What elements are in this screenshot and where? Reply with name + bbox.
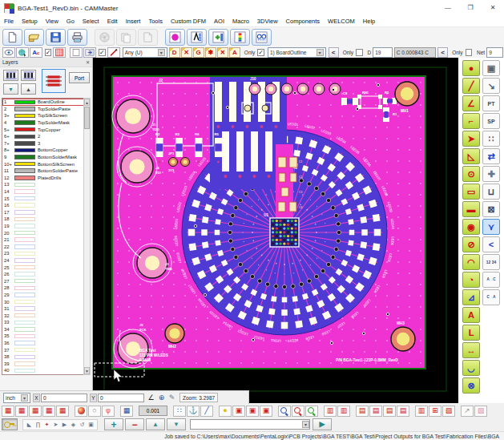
layer-row[interactable]: 18 — [2, 216, 84, 223]
film-view-2-button[interactable]: ▥ — [337, 406, 350, 417]
layer-up-button[interactable]: ▲ — [21, 83, 36, 95]
layer-color-swatch[interactable] — [14, 306, 35, 311]
misc-2-button[interactable]: ▨ — [474, 406, 487, 417]
misc-1-button[interactable]: ↗ — [461, 406, 474, 417]
layer-transfer-button[interactable] — [83, 47, 96, 58]
angle-less-tool[interactable]: < — [482, 236, 500, 252]
layer-color-swatch[interactable] — [14, 176, 35, 180]
film-positive-button[interactable] — [21, 70, 36, 81]
layer-film-1-button[interactable]: ▤ — [356, 406, 369, 417]
pad-select-1-button[interactable]: ▦ — [2, 406, 14, 417]
layer-row[interactable]: 34 — [2, 326, 84, 333]
dcode-button-4[interactable]: ✱ — [205, 47, 216, 58]
layer-row[interactable]: 22 — [2, 243, 84, 250]
layer-color-swatch[interactable] — [14, 210, 35, 215]
menu-file[interactable]: File — [0, 18, 18, 25]
layer-color-swatch[interactable] — [14, 196, 35, 201]
rectangle-tool[interactable]: ▭ — [462, 184, 480, 200]
selection-filter-dropdown[interactable]: Any (U)▾ — [123, 47, 167, 58]
color-levels-button[interactable] — [230, 29, 250, 46]
layer-color-swatch[interactable] — [14, 327, 35, 332]
phi-button[interactable]: φ — [102, 406, 115, 417]
layer-row[interactable]: 28 — [2, 285, 84, 292]
view-options-button[interactable] — [252, 29, 272, 46]
dcode-button-2[interactable]: ✕ — [181, 47, 192, 58]
reference-key-button[interactable] — [2, 418, 18, 430]
layer-row[interactable]: 15 — [2, 195, 84, 202]
measure-icon[interactable]: ✎ — [167, 394, 177, 402]
layer-color-swatch[interactable] — [14, 127, 35, 132]
ref-film-2-button[interactable]: ⊞ — [429, 406, 442, 417]
aperture-table-button[interactable]: ▦ — [120, 406, 133, 417]
pad-array-tool[interactable]: ∷ — [482, 131, 500, 147]
layer-color-swatch[interactable] — [14, 141, 35, 146]
only-net-checkbox[interactable] — [466, 49, 472, 56]
origin-icon[interactable]: ⊕ — [156, 394, 167, 402]
menu-macro[interactable]: Macro — [228, 18, 253, 25]
layer-color-swatch[interactable] — [14, 300, 35, 305]
layer-film-3-button[interactable]: ▤ — [383, 406, 396, 417]
menu-edit[interactable]: Edit — [103, 18, 122, 25]
layer-row[interactable]: 19 — [2, 223, 84, 230]
menu-setup[interactable]: Setup — [18, 18, 42, 25]
c-to-a-tool[interactable]: C→A — [482, 289, 500, 305]
sp-tool[interactable]: SP — [482, 113, 500, 129]
menu-custom-dfm[interactable]: Custom DFM — [167, 18, 210, 25]
highlight-colors-button[interactable] — [75, 406, 87, 417]
layer-color-swatch[interactable] — [14, 217, 35, 222]
restore-button[interactable]: ❐ — [459, 0, 482, 16]
vertex-flag-tool[interactable]: ⊿ — [462, 289, 480, 305]
layer-row[interactable]: 8+BottomCopper — [2, 147, 84, 154]
arc-point-tool[interactable]: ◔ — [462, 272, 480, 288]
close-button[interactable]: ✕ — [482, 0, 504, 16]
port-button[interactable]: Port — [69, 72, 90, 83]
zoom-select-button[interactable] — [292, 406, 304, 417]
ref-diamond-icon[interactable]: ◈ — [69, 422, 78, 428]
delete-tool[interactable]: ⊗ — [462, 377, 480, 394]
scroll-up-icon[interactable]: ▲ — [84, 99, 90, 106]
layer-row[interactable]: 20 — [2, 229, 84, 236]
layer-row[interactable]: 1BoardOutline — [2, 99, 84, 106]
draw-mode-checkbox[interactable]: ✓ — [99, 49, 106, 56]
layer-color-swatch[interactable] — [14, 155, 35, 159]
ref-arrow-icon[interactable]: ➤ — [51, 422, 60, 428]
film-view-1-button[interactable]: ▥ — [324, 406, 337, 417]
layer-row[interactable]: 40 — [2, 367, 84, 374]
ref-star-icon[interactable]: ✦ — [42, 422, 51, 428]
bulb-outline-button[interactable]: ○ — [88, 406, 101, 417]
layer-row[interactable]: 27 — [2, 277, 84, 285]
a-to-c-tool[interactable]: A→C — [482, 272, 500, 288]
layer-row[interactable]: 6+2 — [2, 133, 84, 140]
layer-row[interactable]: 14 — [2, 188, 84, 196]
menu-welcom[interactable]: WELCOM — [324, 18, 359, 25]
layer-row[interactable]: 12PlatedDrills — [2, 175, 84, 182]
layer-color-swatch[interactable] — [14, 348, 35, 353]
layer-color-swatch[interactable] — [14, 135, 35, 139]
step-move-tool[interactable]: ↘ — [482, 78, 500, 94]
cup-tool[interactable]: ⊔ — [482, 184, 500, 200]
ref-undo-icon[interactable]: ↺ — [78, 422, 87, 428]
layer-color-swatch[interactable] — [14, 361, 35, 366]
layer-row[interactable]: 33 — [2, 319, 84, 326]
pad-select-3-button[interactable]: ▦ — [29, 406, 42, 417]
layer-row[interactable]: 31 — [2, 305, 84, 313]
layer-color-swatch[interactable] — [14, 369, 35, 373]
ref-corner-icon[interactable]: ◣ — [25, 422, 34, 428]
scroll-down-icon[interactable]: ▼ — [84, 367, 90, 374]
layer-color-swatch[interactable] — [14, 286, 35, 291]
macro-dropdown[interactable]: ▾ — [190, 419, 310, 430]
text-highlight-button[interactable]: Ac — [30, 47, 42, 58]
zoom-world-button[interactable] — [305, 406, 318, 417]
fillet-tool[interactable]: ◡ — [462, 360, 480, 376]
menu-help[interactable]: Help — [359, 18, 379, 25]
layer-color-swatch[interactable] — [14, 120, 35, 125]
menu-components[interactable]: Components — [282, 18, 325, 25]
grid-dots-button[interactable]: ∷ — [173, 406, 186, 417]
layer-row[interactable]: 16 — [2, 202, 84, 209]
layer-color-swatch[interactable] — [14, 334, 35, 339]
split-tool[interactable]: ⋎ — [482, 219, 500, 235]
measure-tool[interactable]: ↔ — [462, 342, 480, 358]
sketch-pen-button[interactable] — [107, 47, 120, 58]
ref-box-icon[interactable]: ▣ — [87, 422, 95, 428]
ref-play-icon[interactable]: ▶ — [60, 422, 69, 428]
